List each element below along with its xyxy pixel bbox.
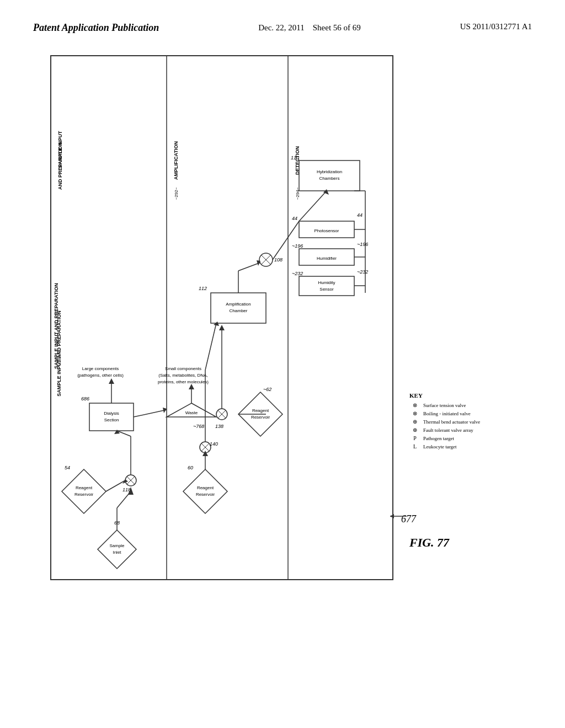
svg-text:54: 54 xyxy=(65,465,70,470)
thermal-bend-symbol: ⊕ xyxy=(409,419,420,425)
svg-text:(pathogens, other cells): (pathogens, other cells) xyxy=(77,373,124,378)
svg-text:Sensor: Sensor xyxy=(319,287,334,292)
thermal-bend-label: Thermal bend actuator valve xyxy=(423,419,480,425)
patent-number: US 2011/0312771 A1 xyxy=(460,22,532,31)
svg-text:Chambers: Chambers xyxy=(319,176,340,181)
svg-text:~768: ~768 xyxy=(193,424,204,429)
svg-text:Amplification: Amplification xyxy=(226,302,250,307)
key-item-2: ⊗ Boiling - initiated valve xyxy=(409,410,520,416)
svg-text:Dialysis: Dialysis xyxy=(104,411,119,416)
svg-text:Reservoir: Reservoir xyxy=(251,415,270,420)
svg-text:Large components: Large components xyxy=(82,366,119,371)
svg-text:138: 138 xyxy=(215,424,223,429)
svg-text:~232: ~232 xyxy=(292,271,303,276)
publication-date: Dec. 22, 2011 xyxy=(258,23,305,32)
surface-tension-symbol: ⊗ xyxy=(409,402,420,408)
svg-text:Hybridization: Hybridization xyxy=(317,169,342,174)
key-item-4: ⊕ Fault tolerant valve array xyxy=(409,427,520,433)
svg-text:44: 44 xyxy=(292,216,297,221)
leukocyte-symbol: L xyxy=(409,443,420,449)
key-item-6: L Leukocyte target xyxy=(409,443,520,449)
svg-text:108: 108 xyxy=(274,257,282,263)
figure-label: FIG. 77 xyxy=(409,536,449,550)
svg-text:60: 60 xyxy=(188,465,193,470)
key-item-3: ⊕ Thermal bend actuator valve xyxy=(409,419,520,425)
svg-text:Reservoir: Reservoir xyxy=(74,492,94,497)
svg-text:110: 110 xyxy=(291,155,299,160)
header: Patent Application Publication Dec. 22, … xyxy=(33,22,532,34)
page: Patent Application Publication Dec. 22, … xyxy=(0,0,565,728)
svg-text:Reagent: Reagent xyxy=(197,485,214,490)
diagram-wrapper: SAMPLE INPUT AND PREPARATION SAMPLE INPU… xyxy=(45,50,520,657)
svg-text:Humidifier: Humidifier xyxy=(317,256,337,261)
svg-text:~196: ~196 xyxy=(357,242,368,247)
svg-text:~196: ~196 xyxy=(292,243,303,249)
svg-text:Sample: Sample xyxy=(109,543,125,548)
sheet-info: Sheet 56 of 69 xyxy=(313,23,361,32)
svg-rect-20 xyxy=(89,403,134,431)
svg-text:~288~: ~288~ xyxy=(57,352,62,365)
pathogen-symbol: P xyxy=(409,435,420,441)
svg-text:~292~: ~292~ xyxy=(174,187,179,200)
svg-text:Inlet: Inlet xyxy=(113,550,121,555)
surface-tension-label: Surface tension valve xyxy=(423,403,466,408)
svg-text:44: 44 xyxy=(357,212,363,218)
boiling-valve-label: Boiling - initiated valve xyxy=(423,411,471,416)
boiling-valve-symbol: ⊗ xyxy=(409,410,420,416)
svg-text:Humidity: Humidity xyxy=(318,280,335,285)
svg-text:112: 112 xyxy=(199,286,207,291)
key-item-5: P Pathogen target xyxy=(409,435,520,441)
svg-text:AND PREPARATION: AND PREPARATION xyxy=(57,142,63,190)
svg-text:686: 686 xyxy=(81,396,89,402)
leukocyte-label: Leukocyte target xyxy=(423,444,457,449)
svg-text:Waste: Waste xyxy=(185,410,198,415)
fault-tolerant-label: Fault tolerant valve array xyxy=(423,427,473,433)
figure-container: SAMPLE INPUT AND PREPARATION SAMPLE INPU… xyxy=(33,50,532,657)
svg-text:140: 140 xyxy=(210,441,218,447)
svg-rect-98 xyxy=(299,276,354,296)
svg-text:~62: ~62 xyxy=(263,387,271,392)
svg-text:AMPLIFICATION: AMPLIFICATION xyxy=(173,141,179,180)
svg-text:proteins, other molecules): proteins, other molecules) xyxy=(158,379,209,384)
fault-tolerant-symbol: ⊕ xyxy=(409,427,420,433)
svg-text:(Salts, metabolites, DNA,: (Salts, metabolites, DNA, xyxy=(158,373,207,378)
svg-text:Reagent: Reagent xyxy=(252,408,269,413)
key-title: KEY xyxy=(409,392,520,399)
publication-title: Patent Application Publication xyxy=(33,22,159,34)
svg-text:~232: ~232 xyxy=(357,269,368,275)
diagram-svg: SAMPLE INPUT AND PREPARATION SAMPLE INPU… xyxy=(45,50,398,591)
svg-text:Chamber: Chamber xyxy=(230,308,248,313)
ref-arrow-677 xyxy=(387,511,409,522)
svg-marker-111 xyxy=(390,514,394,518)
svg-text:Small components: Small components xyxy=(165,366,201,371)
svg-text:Reagent: Reagent xyxy=(76,485,93,490)
header-center: Dec. 22, 2011 Sheet 56 of 69 xyxy=(258,22,361,34)
key-item-1: ⊗ Surface tension valve xyxy=(409,402,520,408)
pathogen-label: Pathogen target xyxy=(423,436,454,441)
key-section: KEY ⊗ Surface tension valve ⊗ Boiling - … xyxy=(409,392,520,452)
svg-text:Section: Section xyxy=(104,417,119,422)
svg-text:Photosensor: Photosensor xyxy=(315,228,339,233)
svg-text:Reservoir: Reservoir xyxy=(196,492,215,497)
